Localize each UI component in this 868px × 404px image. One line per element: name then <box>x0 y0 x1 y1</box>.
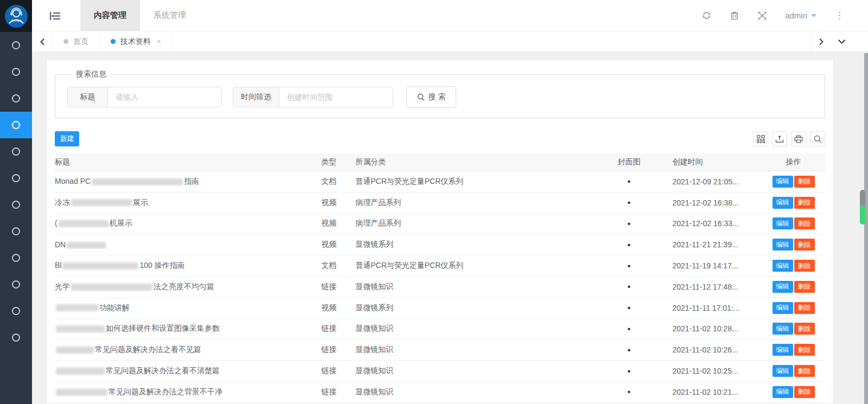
circle-icon <box>12 254 20 262</box>
edit-button[interactable]: 编辑 <box>773 302 793 314</box>
title-text: DN <box>55 240 66 249</box>
brand-logo[interactable]: Monad <box>0 0 32 32</box>
edit-button[interactable]: 编辑 <box>773 217 793 229</box>
export-button[interactable] <box>772 131 787 146</box>
circle-icon <box>12 174 20 182</box>
title-text: 100 操作指南 <box>139 261 184 270</box>
row-type: 链接 <box>321 387 355 397</box>
row-title: 常见问题及解决办法之看不清楚篇 <box>55 366 321 376</box>
column-settings-button[interactable] <box>753 131 768 146</box>
title-text: 常见问题及解决办法之看不见篇 <box>95 345 201 354</box>
sidebar-item-3[interactable] <box>0 85 32 112</box>
sidebar-item-2[interactable] <box>0 59 32 85</box>
edit-button[interactable]: 编辑 <box>773 239 793 251</box>
search-button[interactable]: 搜 索 <box>406 86 456 108</box>
brand-text: Monad <box>11 19 21 22</box>
circle-icon <box>12 227 20 235</box>
sidebar-item-6[interactable] <box>0 165 32 191</box>
row-type: 视频 <box>321 240 355 249</box>
print-button[interactable] <box>791 131 806 146</box>
time-range-input[interactable] <box>279 87 393 107</box>
sidebar-item-8[interactable] <box>0 218 32 245</box>
delete-button[interactable]: 删除 <box>794 323 815 335</box>
tabs-dropdown-button[interactable] <box>831 31 852 52</box>
edit-button[interactable]: 编辑 <box>773 281 793 293</box>
delete-button[interactable]: 删除 <box>794 344 815 356</box>
row-actions: 编辑 删除 <box>762 323 825 335</box>
sidebar-item-10[interactable] <box>0 271 32 298</box>
circle-icon <box>12 334 20 342</box>
col-type: 类型 <box>321 157 355 167</box>
title-text: 常见问题及解决办法之看不清楚篇 <box>106 366 220 375</box>
row-title: 常见问题及解决办法之背景不干净 <box>55 387 321 397</box>
row-title: 常见问题及解决办法之看不见篇 <box>55 345 321 355</box>
row-cover: • <box>605 324 654 334</box>
table-row: DN 视频 显微镜系列 • 2021-11-21 21:39... 编辑 删除 <box>55 234 825 255</box>
delete-button[interactable]: 删除 <box>794 239 815 251</box>
fullscreen-icon[interactable] <box>757 11 767 20</box>
title-filter-input[interactable] <box>108 87 221 107</box>
nav-tab-system-management[interactable]: 系统管理 <box>140 0 200 31</box>
scrollbar-thumb[interactable] <box>860 190 865 225</box>
title-text: ( <box>55 219 58 227</box>
redacted-text <box>62 262 138 270</box>
row-title: Bl100 操作指南 <box>55 261 321 271</box>
delete-button[interactable]: 删除 <box>794 281 815 293</box>
edit-button[interactable]: 编辑 <box>773 344 793 356</box>
sidebar-item-5[interactable] <box>0 138 32 165</box>
table-zoom-button[interactable] <box>810 131 825 146</box>
row-category: 显微镜知识 <box>355 324 604 334</box>
tab-home[interactable]: 首页 <box>53 31 100 52</box>
sidebar-item-11[interactable] <box>0 298 32 324</box>
delete-button[interactable]: 删除 <box>794 176 815 188</box>
nav-tab-content-management[interactable]: 内容管理 <box>80 0 140 31</box>
delete-button[interactable]: 删除 <box>794 302 815 314</box>
search-fieldset: 搜索信息 标题 时间筛选 搜 索 <box>55 69 825 118</box>
refresh-icon[interactable] <box>702 11 711 20</box>
table-row: 光学法之亮度不均匀篇 链接 显微镜知识 • 2021-11-12 17:48..… <box>55 277 825 298</box>
chevron-right-icon <box>819 38 824 46</box>
table-row: 如何选择硬件和设置图像采集参数 链接 显微镜知识 • 2021-11-02 10… <box>55 319 825 340</box>
row-created: 2021-12-02 16:38... <box>653 198 762 207</box>
search-button-label: 搜 索 <box>429 92 446 102</box>
redacted-text <box>56 368 105 375</box>
row-created: 2021-11-19 14:17... <box>653 261 762 270</box>
sidebar-menu <box>0 32 32 351</box>
delete-button[interactable]: 删除 <box>794 260 815 272</box>
delete-button[interactable]: 删除 <box>794 197 815 209</box>
close-tab-icon[interactable]: × <box>157 37 161 46</box>
delete-button[interactable]: 删除 <box>794 365 815 377</box>
tabs-scroll-left-button[interactable] <box>32 31 53 52</box>
delete-button[interactable]: 删除 <box>794 217 815 229</box>
tab-technical-materials[interactable]: 技术资料 × <box>100 31 173 52</box>
kebab-menu-icon[interactable]: ⋮ <box>835 11 844 20</box>
title-text: Monad PC <box>55 177 91 185</box>
sidebar-item-12[interactable] <box>0 324 32 351</box>
sidebar-item-1[interactable] <box>0 32 32 59</box>
window-scrollbar[interactable] <box>864 53 868 404</box>
title-text: 冷冻 <box>55 198 70 207</box>
edit-button[interactable]: 编辑 <box>773 386 793 398</box>
trash-icon[interactable] <box>730 11 739 20</box>
sidebar-item-4[interactable] <box>0 112 32 138</box>
edit-button[interactable]: 编辑 <box>773 365 793 377</box>
edit-button[interactable]: 编辑 <box>773 260 793 272</box>
menu-collapse-button[interactable] <box>39 0 71 31</box>
sidebar-item-7[interactable] <box>0 191 32 218</box>
sidebar-item-9[interactable] <box>0 245 32 271</box>
col-category: 所属分类 <box>355 157 604 167</box>
tabs-scroll-right-button[interactable] <box>810 31 831 52</box>
menu-fold-icon <box>50 12 60 20</box>
edit-button[interactable]: 编辑 <box>773 323 793 335</box>
user-menu[interactable]: admin <box>785 11 816 20</box>
title-text: Bl <box>55 261 61 270</box>
row-actions: 编辑 删除 <box>762 281 825 293</box>
title-text: 法之亮度不均匀篇 <box>154 282 214 291</box>
edit-button[interactable]: 编辑 <box>773 197 793 209</box>
row-title: Monad PC指南 <box>55 177 321 187</box>
cover-dot-icon: • <box>628 345 631 355</box>
table-row: 功能讲解 视频 显微镜系列 • 2021-11-11 17:01:... 编辑 … <box>55 298 825 319</box>
new-button[interactable]: 新建 <box>55 131 79 146</box>
delete-button[interactable]: 删除 <box>794 386 815 398</box>
edit-button[interactable]: 编辑 <box>773 176 793 188</box>
